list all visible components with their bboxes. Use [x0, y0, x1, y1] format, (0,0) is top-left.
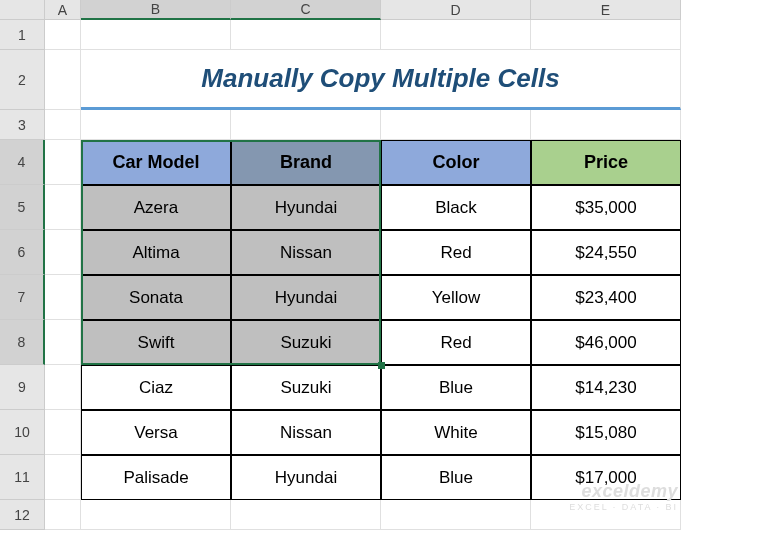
fill-handle[interactable]: [378, 362, 385, 369]
spreadsheet-grid: A B C D E 1 2 Manually Copy Multiple Cel…: [0, 0, 768, 530]
cell-a8[interactable]: [45, 320, 81, 365]
cell-d8[interactable]: Red: [381, 320, 531, 365]
header-car-model[interactable]: Car Model: [81, 140, 231, 185]
cell-d9[interactable]: Blue: [381, 365, 531, 410]
col-header-d[interactable]: D: [381, 0, 531, 20]
col-header-b[interactable]: B: [81, 0, 231, 20]
row-header-7[interactable]: 7: [0, 275, 45, 320]
watermark: exceldemy EXCEL · DATA · BI: [569, 481, 678, 512]
cell-e8[interactable]: $46,000: [531, 320, 681, 365]
row-header-4[interactable]: 4: [0, 140, 45, 185]
cell-a4[interactable]: [45, 140, 81, 185]
cell-c5[interactable]: Hyundai: [231, 185, 381, 230]
col-header-a[interactable]: A: [45, 0, 81, 20]
cell-b12[interactable]: [81, 500, 231, 530]
cell-b5[interactable]: Azera: [81, 185, 231, 230]
col-header-c[interactable]: C: [231, 0, 381, 20]
cell-d5[interactable]: Black: [381, 185, 531, 230]
cell-c1[interactable]: [231, 20, 381, 50]
cell-c10[interactable]: Nissan: [231, 410, 381, 455]
cell-d1[interactable]: [381, 20, 531, 50]
row-header-9[interactable]: 9: [0, 365, 45, 410]
cell-b7[interactable]: Sonata: [81, 275, 231, 320]
cell-e9[interactable]: $14,230: [531, 365, 681, 410]
cell-a3[interactable]: [45, 110, 81, 140]
cell-b6[interactable]: Altima: [81, 230, 231, 275]
row-header-1[interactable]: 1: [0, 20, 45, 50]
cell-d6[interactable]: Red: [381, 230, 531, 275]
cell-a9[interactable]: [45, 365, 81, 410]
cell-c9[interactable]: Suzuki: [231, 365, 381, 410]
cell-a1[interactable]: [45, 20, 81, 50]
row-header-3[interactable]: 3: [0, 110, 45, 140]
row-header-2[interactable]: 2: [0, 50, 45, 110]
cell-e6[interactable]: $24,550: [531, 230, 681, 275]
col-header-e[interactable]: E: [531, 0, 681, 20]
cell-c11[interactable]: Hyundai: [231, 455, 381, 500]
row-header-6[interactable]: 6: [0, 230, 45, 275]
title-cell[interactable]: Manually Copy Multiple Cells: [81, 50, 681, 110]
cell-a10[interactable]: [45, 410, 81, 455]
cell-e3[interactable]: [531, 110, 681, 140]
cell-d11[interactable]: Blue: [381, 455, 531, 500]
cell-e7[interactable]: $23,400: [531, 275, 681, 320]
cell-e1[interactable]: [531, 20, 681, 50]
cell-b1[interactable]: [81, 20, 231, 50]
row-header-8[interactable]: 8: [0, 320, 45, 365]
cell-b11[interactable]: Palisade: [81, 455, 231, 500]
cell-a11[interactable]: [45, 455, 81, 500]
cell-c8[interactable]: Suzuki: [231, 320, 381, 365]
cell-c3[interactable]: [231, 110, 381, 140]
cell-d10[interactable]: White: [381, 410, 531, 455]
cell-e5[interactable]: $35,000: [531, 185, 681, 230]
watermark-sub: EXCEL · DATA · BI: [569, 502, 678, 512]
cell-d7[interactable]: Yellow: [381, 275, 531, 320]
cell-a5[interactable]: [45, 185, 81, 230]
header-price[interactable]: Price: [531, 140, 681, 185]
cell-d3[interactable]: [381, 110, 531, 140]
row-header-11[interactable]: 11: [0, 455, 45, 500]
cell-b8[interactable]: Swift: [81, 320, 231, 365]
cell-c6[interactable]: Nissan: [231, 230, 381, 275]
cell-d12[interactable]: [381, 500, 531, 530]
cell-b3[interactable]: [81, 110, 231, 140]
cell-b10[interactable]: Versa: [81, 410, 231, 455]
cell-c7[interactable]: Hyundai: [231, 275, 381, 320]
row-header-12[interactable]: 12: [0, 500, 45, 530]
cell-e10[interactable]: $15,080: [531, 410, 681, 455]
watermark-main: exceldemy: [569, 481, 678, 502]
cell-a12[interactable]: [45, 500, 81, 530]
header-brand[interactable]: Brand: [231, 140, 381, 185]
cell-a2[interactable]: [45, 50, 81, 110]
row-header-5[interactable]: 5: [0, 185, 45, 230]
select-all-corner[interactable]: [0, 0, 45, 20]
header-color[interactable]: Color: [381, 140, 531, 185]
cell-c12[interactable]: [231, 500, 381, 530]
cell-b9[interactable]: Ciaz: [81, 365, 231, 410]
cell-a7[interactable]: [45, 275, 81, 320]
row-header-10[interactable]: 10: [0, 410, 45, 455]
cell-a6[interactable]: [45, 230, 81, 275]
